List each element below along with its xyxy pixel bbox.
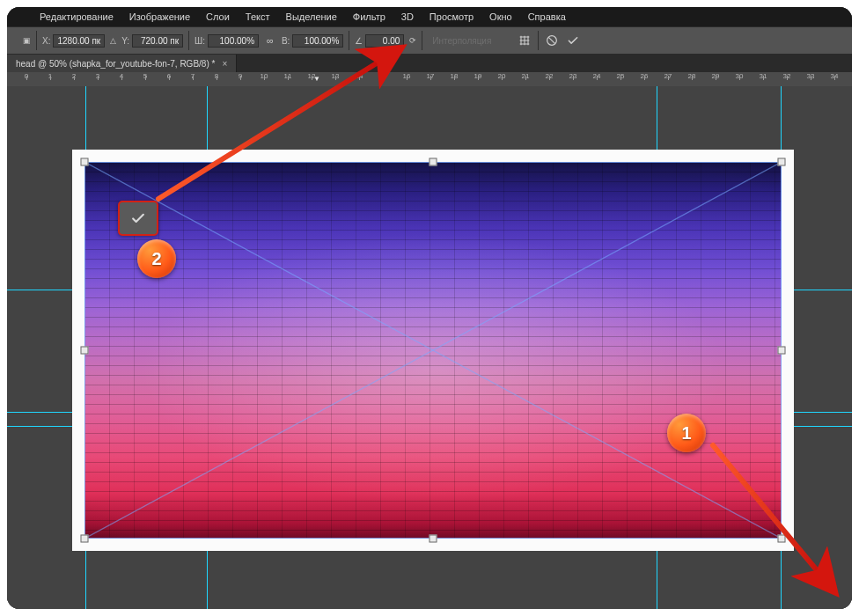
ruler-tick: 15 <box>377 72 389 80</box>
menu-text[interactable]: Текст <box>238 7 278 26</box>
ruler-tick: 34 <box>828 72 841 80</box>
menu-bar: Редактирование Изображение Слои Текст Вы… <box>7 7 852 26</box>
w-label: Ш: <box>195 36 205 46</box>
annotation-callout-1: 1 <box>667 414 706 452</box>
photoshop-window: Редактирование Изображение Слои Текст Вы… <box>7 7 852 609</box>
image-layer[interactable] <box>84 162 782 539</box>
menu-filter[interactable]: Фильтр <box>345 7 393 26</box>
angle-dropdown-icon[interactable]: ⟳ <box>409 36 416 45</box>
ruler-tick: 22 <box>543 72 555 80</box>
menu-image[interactable]: Изображение <box>121 7 198 26</box>
annotation-callout-2: 2 <box>137 239 176 278</box>
ruler-tick: 1 <box>44 72 56 80</box>
angle-label: ∠ <box>355 36 363 46</box>
x-label: X: <box>42 36 50 46</box>
commit-transform-icon[interactable] <box>562 31 584 50</box>
ruler-tick: 0 <box>20 72 33 80</box>
ruler-tick: 28 <box>686 72 698 80</box>
delta-icon[interactable]: △ <box>110 36 116 45</box>
cancel-transform-icon[interactable] <box>541 31 562 50</box>
document-tab[interactable]: head @ 50% (shapka_for_youtube-fon-7, RG… <box>7 55 237 72</box>
ruler-tick: 25 <box>614 72 627 80</box>
link-aspect-icon[interactable]: ∞ <box>264 35 276 46</box>
ruler-tick: 33 <box>804 72 817 80</box>
ruler-tick: 26 <box>638 72 650 80</box>
ruler-tick: 30 <box>733 72 745 80</box>
ruler-tick: 27 <box>662 72 674 80</box>
ruler-tick: 14 <box>353 72 365 80</box>
ruler-tick: 10 <box>258 72 270 80</box>
menu-select[interactable]: Выделение <box>278 7 345 26</box>
commit-transform-floating-button[interactable] <box>118 201 158 236</box>
h-field[interactable]: 100.00% <box>292 34 343 48</box>
ruler-tick: 13 <box>329 72 341 80</box>
svg-line-1 <box>549 37 555 43</box>
workspace: 2 1 <box>7 86 852 609</box>
interpolation-label[interactable]: Интерполяция <box>425 36 498 46</box>
ruler-tick: 9 <box>234 72 246 80</box>
document-tab-row: head @ 50% (shapka_for_youtube-fon-7, RG… <box>7 55 852 72</box>
menu-layers[interactable]: Слои <box>198 7 238 26</box>
ruler-tick: 8 <box>210 72 223 80</box>
ruler-tick: 18 <box>448 72 460 80</box>
options-bar: ▣ X: 1280.00 пк △ Y: 720.00 пк Ш: 100.00… <box>7 26 852 55</box>
x-field[interactable]: 1280.00 пк <box>53 34 105 48</box>
menu-window[interactable]: Окно <box>481 7 520 26</box>
ruler-tick: 21 <box>519 72 532 80</box>
ruler-tick: 7 <box>187 72 199 80</box>
ruler-tick: 20 <box>496 72 508 80</box>
menu-help[interactable]: Справка <box>520 7 574 26</box>
ruler-tick: 19 <box>472 72 484 80</box>
ruler-tick: 29 <box>709 72 722 80</box>
canvas[interactable] <box>72 150 794 551</box>
ruler-tick: 31 <box>757 72 769 80</box>
ruler-tick: 6 <box>163 72 175 80</box>
y-label: Y: <box>121 36 129 46</box>
ruler-tick: 32 <box>781 72 793 80</box>
reference-point-icon[interactable]: ▣ <box>23 36 31 45</box>
close-tab-icon[interactable]: × <box>222 59 227 69</box>
ruler-tick: 24 <box>591 72 603 80</box>
ruler-tick: 2 <box>68 72 80 80</box>
ruler-tick: 23 <box>567 72 579 80</box>
menu-view[interactable]: Просмотр <box>422 7 481 26</box>
ruler-tick: 3 <box>92 72 104 80</box>
ruler-tick: 5 <box>139 72 151 80</box>
ruler-origin-icon: ▼ <box>313 75 320 83</box>
document-tab-title: head @ 50% (shapka_for_youtube-fon-7, RG… <box>16 59 215 69</box>
y-field[interactable]: 720.00 пк <box>132 34 183 48</box>
w-field[interactable]: 100.00% <box>208 34 259 48</box>
warp-mode-icon[interactable] <box>514 31 535 50</box>
h-label: В: <box>282 36 290 46</box>
menu-edit[interactable]: Редактирование <box>32 7 121 26</box>
ruler-tick: 16 <box>400 72 413 80</box>
menu-3d[interactable]: 3D <box>393 7 422 26</box>
angle-field[interactable]: 0.00 <box>365 34 404 48</box>
ruler-tick: 4 <box>115 72 128 80</box>
ruler-tick: 11 <box>282 72 294 80</box>
ruler-tick: 17 <box>424 72 437 80</box>
horizontal-ruler[interactable]: 0123456789101112131415161718192021222324… <box>7 72 852 87</box>
